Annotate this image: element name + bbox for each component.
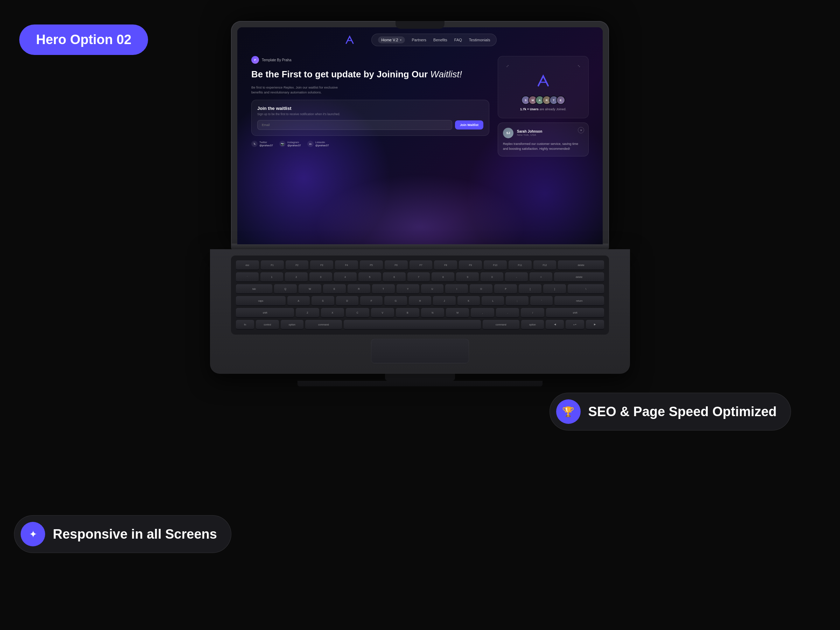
key-f6[interactable]: F6 (385, 261, 408, 270)
key-semicolon[interactable]: ; (506, 296, 528, 306)
key-p[interactable]: P (494, 284, 517, 294)
social-twitter[interactable]: 𝕏 Twitter @prahav37 (251, 141, 273, 147)
key-v[interactable]: V (371, 308, 394, 318)
nav-faq[interactable]: FAQ (454, 38, 462, 42)
join-waitlist-button[interactable]: Join Waitlist (455, 120, 483, 129)
key-space[interactable] (344, 320, 481, 330)
key-c[interactable]: C (346, 308, 369, 318)
key-m[interactable]: M (446, 308, 469, 318)
key-row-3: tab Q W E R T Y U I O P [ ] \ (236, 284, 604, 294)
key-i[interactable]: I (445, 284, 468, 294)
key-t[interactable]: T (372, 284, 395, 294)
key-backspace[interactable]: delete (554, 272, 604, 282)
key-8[interactable]: 8 (431, 272, 454, 282)
key-4[interactable]: 4 (334, 272, 357, 282)
key-comma[interactable]: , (471, 308, 494, 318)
key-arrow-left[interactable]: ◀ (546, 320, 564, 330)
key-option-l[interactable]: option (281, 320, 303, 330)
nav-testimonials[interactable]: Testimonials (469, 38, 490, 42)
key-return[interactable]: return (554, 296, 604, 306)
key-u[interactable]: U (421, 284, 444, 294)
key-f1[interactable]: F1 (261, 261, 284, 270)
key-f5[interactable]: F5 (360, 261, 383, 270)
key-s[interactable]: S (311, 296, 334, 306)
key-lbracket[interactable]: [ (519, 284, 542, 294)
key-arrow-right[interactable]: ▶ (586, 320, 604, 330)
key-slash[interactable]: / (521, 308, 544, 318)
key-6[interactable]: 6 (383, 272, 406, 282)
hero-right: ⤢ ⤡ S M A R (498, 56, 589, 156)
key-d[interactable]: D (336, 296, 358, 306)
responsive-badge: ✦ Responsive in all Screens (14, 515, 231, 553)
testimonial-location: New York, USA (517, 133, 542, 136)
key-k[interactable]: K (458, 296, 480, 306)
key-control[interactable]: control (256, 320, 279, 330)
key-f[interactable]: F (360, 296, 382, 306)
laptop-hinge (231, 244, 609, 249)
key-1[interactable]: 1 (261, 272, 283, 282)
seo-badge: 🏆 SEO & Page Speed Optimized (549, 393, 791, 431)
nav-benefits[interactable]: Benefits (433, 38, 447, 42)
key-backslash[interactable]: \ (568, 284, 604, 294)
key-r[interactable]: R (347, 284, 370, 294)
key-command-l[interactable]: command (305, 320, 342, 330)
key-n[interactable]: N (421, 308, 444, 318)
key-f10[interactable]: F10 (484, 261, 507, 270)
key-command-r[interactable]: command (483, 320, 519, 330)
key-e[interactable]: E (323, 284, 346, 294)
key-f11[interactable]: F11 (508, 261, 532, 270)
key-option-r[interactable]: option (521, 320, 544, 330)
trackpad[interactable] (371, 339, 469, 363)
key-5[interactable]: 5 (358, 272, 381, 282)
key-2[interactable]: 2 (285, 272, 308, 282)
key-f7[interactable]: F7 (409, 261, 433, 270)
key-row-2: ` 1 2 3 4 5 6 7 8 9 0 - = delete (236, 272, 604, 282)
key-f9[interactable]: F9 (459, 261, 482, 270)
chevron-down-icon: ▾ (400, 38, 401, 42)
key-a[interactable]: A (287, 296, 310, 306)
key-z[interactable]: Z (296, 308, 319, 318)
key-q[interactable]: Q (274, 284, 297, 294)
expand-icons: ⤢ ⤡ (505, 63, 581, 68)
nav-home[interactable]: Home V.2 ▾ (378, 36, 405, 43)
key-w[interactable]: W (298, 284, 321, 294)
testimonial-close-button[interactable]: ✕ (578, 127, 584, 133)
key-g[interactable]: G (384, 296, 407, 306)
key-fn[interactable]: fn (236, 320, 254, 330)
key-f12[interactable]: F12 (534, 261, 556, 270)
key-y[interactable]: Y (396, 284, 419, 294)
expand-topleft-icon: ⤢ (505, 63, 510, 68)
key-quote[interactable]: ' (530, 296, 553, 306)
key-equals[interactable]: = (529, 272, 552, 282)
key-3[interactable]: 3 (309, 272, 332, 282)
key-delete[interactable]: delete (558, 261, 604, 270)
key-esc[interactable]: esc (236, 261, 259, 270)
key-caps[interactable]: caps (236, 296, 286, 306)
key-f3[interactable]: F3 (310, 261, 333, 270)
nav-partners[interactable]: Partners (412, 38, 427, 42)
key-f8[interactable]: F8 (434, 261, 457, 270)
key-minus[interactable]: - (505, 272, 528, 282)
key-b[interactable]: B (396, 308, 419, 318)
key-l[interactable]: L (482, 296, 504, 306)
key-tab[interactable]: tab (236, 284, 272, 294)
key-rbracket[interactable]: ] (543, 284, 566, 294)
key-j[interactable]: J (433, 296, 455, 306)
key-o[interactable]: O (470, 284, 493, 294)
email-input[interactable] (257, 120, 452, 130)
key-f2[interactable]: F2 (286, 261, 309, 270)
key-h[interactable]: H (409, 296, 431, 306)
key-lshift[interactable]: shift (236, 308, 294, 318)
key-backtick[interactable]: ` (236, 272, 259, 282)
social-linkedin[interactable]: in Linkedin @prahav37 (307, 141, 329, 147)
key-rshift[interactable]: shift (546, 308, 604, 318)
social-instagram[interactable]: 📷 Instagram @prahav37 (279, 141, 301, 147)
key-7[interactable]: 7 (407, 272, 430, 282)
trophy-icon: 🏆 (562, 406, 574, 418)
key-period[interactable]: . (496, 308, 519, 318)
key-9[interactable]: 9 (456, 272, 479, 282)
key-x[interactable]: X (321, 308, 344, 318)
key-f4[interactable]: F4 (335, 261, 358, 270)
key-arrow-updown[interactable]: ▲▼ (565, 320, 584, 330)
key-0[interactable]: 0 (480, 272, 503, 282)
